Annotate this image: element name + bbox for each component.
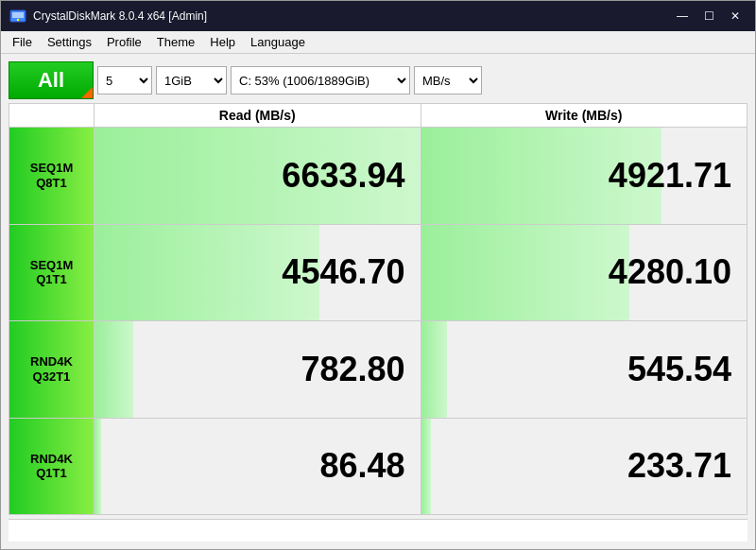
menu-settings[interactable]: Settings xyxy=(40,31,99,53)
window-title: CrystalDiskMark 8.0.4 x64 [Admin] xyxy=(33,9,670,23)
drive-select[interactable]: C: 53% (1006/1889GiB) xyxy=(231,66,410,95)
row-label-rnd4k-q32t1: RND4KQ32T1 xyxy=(9,321,94,418)
row-read-rnd4k-q1t1: 86.48 xyxy=(94,419,421,515)
write-value-rnd4k-q1t1: 233.71 xyxy=(627,446,731,486)
table-header: Read (MB/s) Write (MB/s) xyxy=(9,104,747,128)
write-bar-4 xyxy=(421,419,431,515)
all-button[interactable]: All xyxy=(9,61,94,99)
minimize-button[interactable]: — xyxy=(670,7,695,26)
size-select[interactable]: 1GiB 512MiB 2GiB 4GiB xyxy=(156,66,227,95)
read-value-seq1m-q1t1: 4546.70 xyxy=(282,252,404,292)
main-window: CrystalDiskMark 8.0.4 x64 [Admin] — ☐ ✕ … xyxy=(0,0,756,550)
menu-file[interactable]: File xyxy=(5,31,40,53)
read-value-seq1m-q8t1: 6633.94 xyxy=(282,156,404,196)
close-button[interactable]: ✕ xyxy=(723,7,747,26)
header-write: Write (MB/s) xyxy=(421,104,747,127)
svg-point-2 xyxy=(17,19,19,21)
read-bar-3 xyxy=(94,321,133,418)
menu-help[interactable]: Help xyxy=(202,31,243,53)
row-write-rnd4k-q32t1: 545.54 xyxy=(421,321,747,418)
row-write-seq1m-q8t1: 4921.71 xyxy=(421,128,747,224)
table-row: SEQ1MQ1T1 4546.70 4280.10 xyxy=(9,225,747,322)
write-value-rnd4k-q32t1: 545.54 xyxy=(627,350,731,389)
row-label-seq1m-q8t1: SEQ1MQ8T1 xyxy=(9,128,94,224)
write-value-seq1m-q1t1: 4280.10 xyxy=(609,252,731,292)
runs-select[interactable]: 5 1 3 9 xyxy=(97,66,152,95)
row-write-seq1m-q1t1: 4280.10 xyxy=(421,225,747,321)
app-icon xyxy=(9,7,27,26)
benchmark-table: Read (MB/s) Write (MB/s) SEQ1MQ8T1 6633.… xyxy=(9,103,747,515)
header-empty-cell xyxy=(9,104,94,127)
write-bar-2 xyxy=(421,225,629,321)
row-read-rnd4k-q32t1: 782.80 xyxy=(94,321,421,418)
window-controls: — ☐ ✕ xyxy=(670,7,747,26)
row-read-seq1m-q8t1: 6633.94 xyxy=(94,128,421,224)
read-bar-4 xyxy=(94,419,101,515)
table-row: RND4KQ1T1 86.48 233.71 xyxy=(9,419,747,515)
maximize-button[interactable]: ☐ xyxy=(696,7,721,26)
row-write-rnd4k-q1t1: 233.71 xyxy=(421,419,747,515)
menu-language[interactable]: Language xyxy=(243,31,313,53)
table-row: RND4KQ32T1 782.80 545.54 xyxy=(9,321,747,419)
row-label-seq1m-q1t1: SEQ1MQ1T1 xyxy=(9,225,94,321)
read-value-rnd4k-q1t1: 86.48 xyxy=(319,446,404,486)
menu-theme[interactable]: Theme xyxy=(149,31,202,53)
header-read: Read (MB/s) xyxy=(94,104,421,127)
title-bar: CrystalDiskMark 8.0.4 x64 [Admin] — ☐ ✕ xyxy=(1,1,755,31)
status-bar xyxy=(9,519,747,541)
menu-profile[interactable]: Profile xyxy=(99,31,149,53)
menu-bar: File Settings Profile Theme Help Languag… xyxy=(1,31,755,54)
row-label-rnd4k-q1t1: RND4KQ1T1 xyxy=(9,419,94,515)
unit-select[interactable]: MB/s GB/s IOPS xyxy=(414,66,482,95)
main-content: All 5 1 3 9 1GiB 512MiB 2GiB 4GiB C: 53%… xyxy=(1,54,755,549)
controls-row: All 5 1 3 9 1GiB 512MiB 2GiB 4GiB C: 53%… xyxy=(9,61,747,99)
write-value-seq1m-q8t1: 4921.71 xyxy=(609,156,731,196)
write-bar-3 xyxy=(421,321,448,418)
row-read-seq1m-q1t1: 4546.70 xyxy=(94,225,421,321)
table-row: SEQ1MQ8T1 6633.94 4921.71 xyxy=(9,128,747,225)
svg-rect-1 xyxy=(12,12,24,18)
read-value-rnd4k-q32t1: 782.80 xyxy=(301,350,404,389)
